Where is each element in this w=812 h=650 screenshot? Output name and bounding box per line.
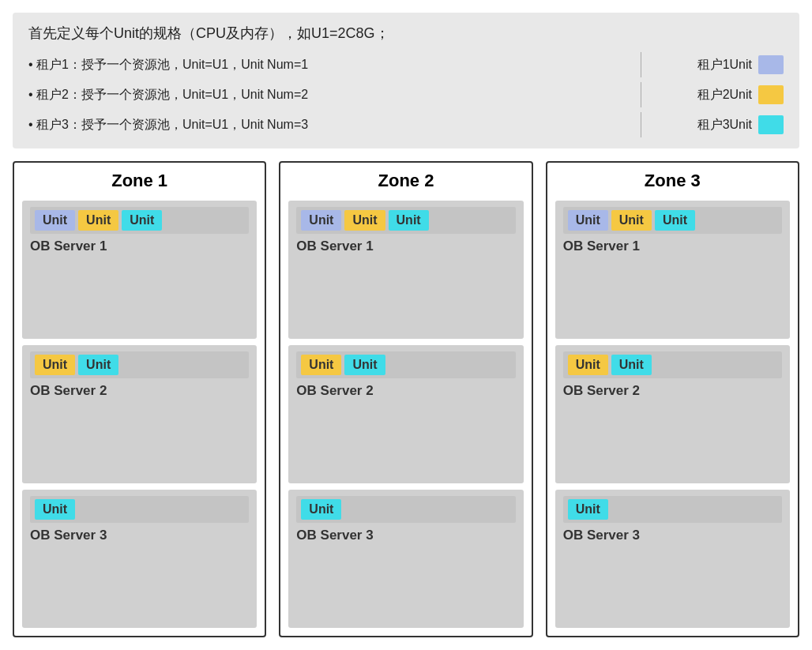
ob-server-label-z1-s2: OB Server 2 — [30, 383, 249, 399]
legend-row-right: 租户2Unit — [657, 85, 784, 104]
legend-row: • 租户3：授予一个资源池，Unit=U1，Unit Num=3租户3Unit — [28, 112, 784, 137]
units-row-z3-s1: UnitUnitUnit — [563, 207, 782, 234]
unit-badge-z2-s1-u2: Unit — [344, 210, 385, 231]
zone-title-2: Zone 2 — [288, 171, 523, 191]
unit-badge-z1-s1-u3: Unit — [122, 210, 162, 231]
ob-server-label-z2-s3: OB Server 3 — [296, 528, 515, 543]
ob-server-label-z3-s1: OB Server 1 — [563, 239, 782, 254]
units-row-z2-s2: UnitUnit — [296, 351, 515, 378]
units-row-z1-s2: UnitUnit — [30, 351, 249, 378]
units-row-z3-s2: UnitUnit — [563, 351, 782, 378]
units-row-z3-s3: Unit — [563, 496, 782, 523]
unit-badge-z1-s3-u1: Unit — [35, 499, 75, 520]
legend-row-label: 租户3Unit — [697, 117, 752, 133]
unit-badge-z1-s1-u2: Unit — [78, 210, 118, 231]
ob-server-block-z1-s1: UnitUnitUnitOB Server 1 — [22, 201, 257, 339]
legend-row-right: 租户3Unit — [657, 115, 784, 134]
legend-title: 首先定义每个Unit的规格（CPU及内存），如U1=2C8G； — [28, 24, 784, 43]
legend-divider — [641, 112, 641, 137]
ob-server-block-z2-s1: UnitUnitUnitOB Server 1 — [288, 201, 523, 339]
ob-server-label-z2-s2: OB Server 2 — [296, 383, 515, 399]
legend-row-label: 租户1Unit — [697, 57, 752, 73]
unit-badge-z3-s1-u1: Unit — [568, 210, 608, 231]
unit-badge-z1-s1-u1: Unit — [35, 210, 75, 231]
unit-badge-z3-s3-u1: Unit — [568, 499, 608, 520]
zone-title-3: Zone 3 — [555, 171, 790, 191]
unit-badge-z3-s1-u3: Unit — [655, 210, 695, 231]
ob-server-block-z1-s2: UnitUnitOB Server 2 — [22, 345, 257, 483]
legend-color-box — [758, 85, 784, 104]
legend-row-left: • 租户3：授予一个资源池，Unit=U1，Unit Num=3 — [28, 117, 625, 133]
ob-server-label-z3-s3: OB Server 3 — [563, 528, 782, 543]
unit-badge-z3-s1-u2: Unit — [611, 210, 652, 231]
units-row-z1-s1: UnitUnitUnit — [30, 207, 249, 234]
ob-server-block-z2-s3: UnitOB Server 3 — [288, 490, 523, 628]
unit-badge-z2-s3-u1: Unit — [301, 499, 341, 520]
legend-row-label: 租户2Unit — [697, 87, 752, 103]
ob-server-label-z2-s1: OB Server 1 — [296, 239, 515, 254]
legend-color-box — [758, 55, 784, 74]
ob-server-label-z1-s1: OB Server 1 — [30, 239, 249, 254]
units-row-z2-s1: UnitUnitUnit — [296, 207, 515, 234]
unit-badge-z2-s1-u1: Unit — [301, 210, 341, 231]
ob-server-block-z3-s2: UnitUnitOB Server 2 — [555, 345, 790, 483]
zone-box-1: Zone 1UnitUnitUnitOB Server 1UnitUnitOB … — [13, 161, 266, 637]
ob-server-label-z1-s3: OB Server 3 — [30, 528, 249, 543]
zone-box-2: Zone 2UnitUnitUnitOB Server 1UnitUnitOB … — [279, 161, 532, 637]
zone-box-3: Zone 3UnitUnitUnitOB Server 1UnitUnitOB … — [546, 161, 799, 637]
unit-badge-z1-s2-u1: Unit — [35, 355, 75, 375]
zones-container: Zone 1UnitUnitUnitOB Server 1UnitUnitOB … — [13, 161, 799, 637]
ob-server-block-z3-s1: UnitUnitUnitOB Server 1 — [555, 201, 790, 339]
legend-row-left: • 租户2：授予一个资源池，Unit=U1，Unit Num=2 — [28, 87, 625, 103]
legend-divider — [641, 52, 641, 77]
legend-panel: 首先定义每个Unit的规格（CPU及内存），如U1=2C8G； • 租户1：授予… — [13, 13, 799, 148]
legend-color-box — [758, 115, 784, 134]
legend-divider — [641, 82, 641, 107]
unit-badge-z2-s2-u1: Unit — [301, 355, 341, 375]
ob-server-block-z3-s3: UnitOB Server 3 — [555, 490, 790, 628]
units-row-z2-s3: Unit — [296, 496, 515, 523]
legend-row-left: • 租户1：授予一个资源池，Unit=U1，Unit Num=1 — [28, 57, 625, 73]
unit-badge-z1-s2-u2: Unit — [78, 355, 118, 375]
legend-row: • 租户2：授予一个资源池，Unit=U1，Unit Num=2租户2Unit — [28, 82, 784, 107]
legend-rows: • 租户1：授予一个资源池，Unit=U1，Unit Num=1租户1Unit•… — [28, 52, 784, 137]
units-row-z1-s3: Unit — [30, 496, 249, 523]
legend-row-right: 租户1Unit — [657, 55, 784, 74]
unit-badge-z2-s1-u3: Unit — [389, 210, 429, 231]
ob-server-label-z3-s2: OB Server 2 — [563, 383, 782, 399]
ob-server-block-z2-s2: UnitUnitOB Server 2 — [288, 345, 523, 483]
legend-row: • 租户1：授予一个资源池，Unit=U1，Unit Num=1租户1Unit — [28, 52, 784, 77]
unit-badge-z2-s2-u2: Unit — [344, 355, 385, 375]
zone-title-1: Zone 1 — [22, 171, 257, 191]
unit-badge-z3-s2-u2: Unit — [611, 355, 652, 375]
ob-server-block-z1-s3: UnitOB Server 3 — [22, 490, 257, 628]
unit-badge-z3-s2-u1: Unit — [568, 355, 608, 375]
